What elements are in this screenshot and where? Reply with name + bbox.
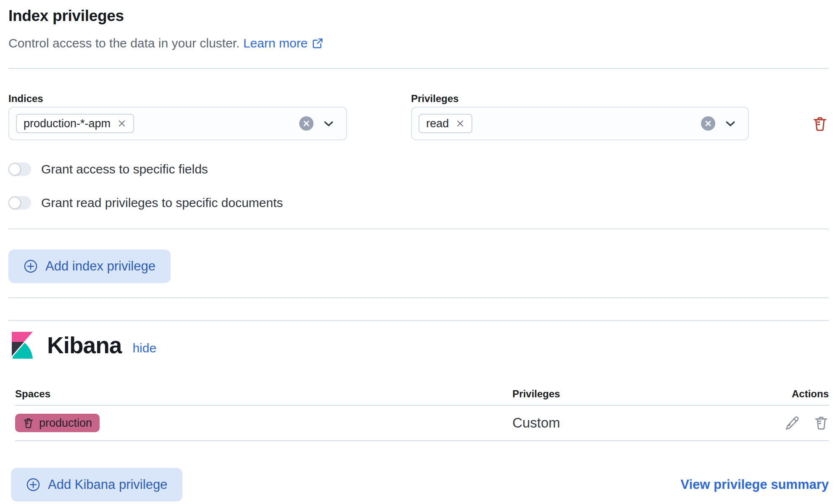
trash-icon xyxy=(812,116,828,132)
indices-column: Indices production-*-apm xyxy=(8,93,347,140)
table-row: production Custom xyxy=(15,406,829,441)
space-badge: production xyxy=(15,414,100,432)
chevron-down-icon[interactable] xyxy=(724,117,737,130)
spaces-column-header: Spaces xyxy=(15,388,448,400)
privileges-column: Privileges read xyxy=(411,93,749,140)
page-title: Index privileges xyxy=(8,7,829,25)
indices-pill-label: production-*-apm xyxy=(24,117,111,130)
plus-circle-icon xyxy=(24,259,38,273)
pencil-icon xyxy=(785,416,799,430)
add-kibana-privilege-label: Add Kibana privilege xyxy=(48,477,167,492)
add-kibana-privilege-button[interactable]: Add Kibana privilege xyxy=(11,468,182,501)
index-privilege-row: Indices production-*-apm xyxy=(8,93,829,140)
panel-end-divider xyxy=(8,297,829,298)
delete-space-privilege-button[interactable] xyxy=(814,415,829,430)
external-link-icon xyxy=(312,37,324,49)
grant-fields-row: Grant access to specific fields xyxy=(8,162,829,176)
clear-selection-button[interactable] xyxy=(701,116,715,131)
clear-selection-button[interactable] xyxy=(299,116,314,131)
page-description: Control access to the data in your clust… xyxy=(8,35,829,51)
chevron-down-icon[interactable] xyxy=(322,117,335,130)
learn-more-label: Learn more xyxy=(243,35,308,51)
kibana-privileges-table: Spaces Privileges Actions production xyxy=(8,388,829,441)
spaces-cell: production xyxy=(15,414,448,432)
grant-fields-toggle[interactable] xyxy=(8,163,31,176)
table-header-row: Spaces Privileges Actions xyxy=(15,388,829,406)
toggle-thumb xyxy=(8,163,21,176)
privileges-pill-label: read xyxy=(426,117,449,130)
edit-space-privilege-button[interactable] xyxy=(785,416,799,430)
panel-start-divider xyxy=(8,320,829,321)
kibana-section-header: Kibana hide xyxy=(8,332,829,359)
privilege-value: Custom xyxy=(512,415,560,430)
indices-combobox[interactable]: production-*-apm xyxy=(8,107,347,140)
privileges-label: Privileges xyxy=(411,93,749,104)
trash-icon xyxy=(814,415,829,430)
toggle-thumb xyxy=(8,197,21,209)
add-index-privilege-label: Add index privilege xyxy=(45,259,155,274)
grant-documents-label: Grant read privileges to specific docume… xyxy=(41,196,283,210)
privileges-combobox[interactable]: read xyxy=(411,107,749,140)
role-privileges-panel: Index privileges Control access to the d… xyxy=(0,7,838,501)
space-badge-trash-icon xyxy=(23,417,34,429)
grant-documents-toggle[interactable] xyxy=(8,196,31,210)
section-divider xyxy=(8,228,829,229)
remove-pill-icon[interactable] xyxy=(456,119,465,128)
section-divider xyxy=(8,68,829,69)
kibana-heading: Kibana xyxy=(47,332,121,359)
plus-circle-icon xyxy=(26,478,40,492)
privilege-cell: Custom xyxy=(448,415,625,431)
view-privilege-summary-link[interactable]: View privilege summary xyxy=(680,477,829,492)
learn-more-link[interactable]: Learn more xyxy=(243,35,324,51)
space-badge-label: production xyxy=(39,417,92,430)
remove-pill-icon[interactable] xyxy=(117,119,126,128)
privileges-pill[interactable]: read xyxy=(419,114,472,133)
delete-index-privilege-button[interactable] xyxy=(812,116,828,132)
privileges-column-header: Privileges xyxy=(448,388,625,400)
indices-pill[interactable]: production-*-apm xyxy=(16,114,134,133)
actions-cell xyxy=(625,415,829,430)
actions-column-header: Actions xyxy=(625,388,829,400)
indices-label: Indices xyxy=(8,93,347,104)
kibana-logo xyxy=(8,332,35,359)
add-index-privilege-button[interactable]: Add index privilege xyxy=(8,249,171,283)
page-description-text: Control access to the data in your clust… xyxy=(8,36,240,50)
hide-link[interactable]: hide xyxy=(132,341,156,355)
kibana-footer-row: Add Kibana privilege View privilege summ… xyxy=(8,468,829,501)
grant-documents-row: Grant read privileges to specific docume… xyxy=(8,196,829,210)
grant-fields-label: Grant access to specific fields xyxy=(41,162,208,176)
